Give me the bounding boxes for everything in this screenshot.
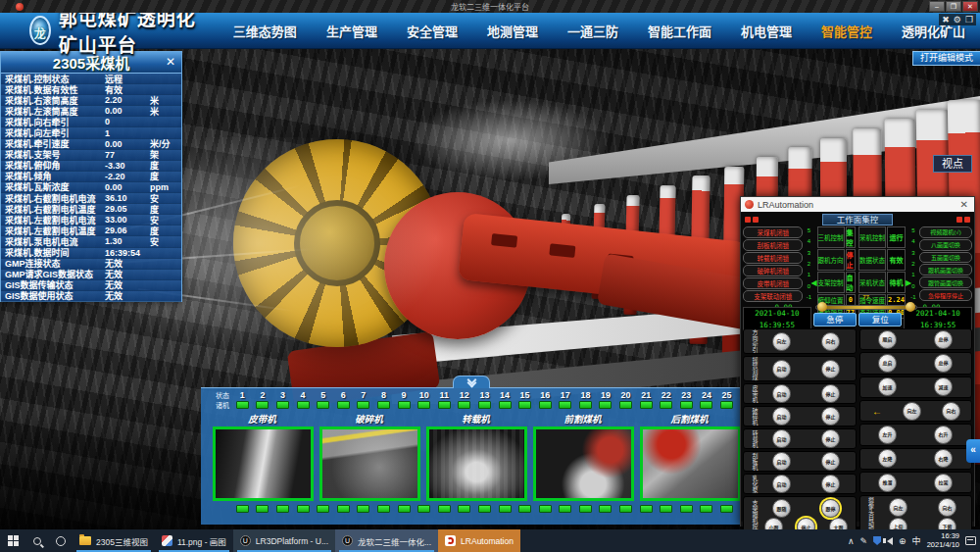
control-button-拉架[interactable]: 拉架 bbox=[934, 474, 953, 492]
support-ok-indicator bbox=[720, 505, 733, 513]
taskbar-item-2305三维视图[interactable]: 2305三维视图 bbox=[73, 529, 155, 552]
control-button-启动[interactable]: 启动 bbox=[772, 360, 791, 378]
interlock-button[interactable]: 转载机闭锁 bbox=[743, 252, 803, 264]
network-icon[interactable]: ⊕ bbox=[899, 536, 906, 546]
interlock-button[interactable]: 破碎机闭锁 bbox=[743, 265, 803, 276]
control-button-启动[interactable]: 启动 bbox=[772, 475, 791, 493]
support-status-cell bbox=[333, 400, 354, 410]
maximize-button[interactable]: ❐ bbox=[946, 1, 961, 12]
control-button-顺启[interactable]: 顺启 bbox=[878, 330, 897, 349]
nav-item-机电管理[interactable]: 机电管理 bbox=[726, 22, 807, 40]
panel-collapse-tab[interactable] bbox=[453, 376, 490, 388]
control-button-启动[interactable]: 启动 bbox=[772, 384, 791, 403]
view-switch-button[interactable]: 跟管画面切换 bbox=[919, 276, 972, 288]
view-switch-button[interactable]: 跟机画面切换 bbox=[919, 264, 972, 276]
nav-item-安全管理[interactable]: 安全管理 bbox=[392, 22, 472, 40]
slider-knob[interactable] bbox=[817, 302, 827, 312]
control-button-停止[interactable]: 停止 bbox=[821, 452, 840, 471]
action-center-icon[interactable] bbox=[965, 536, 976, 545]
control-button-label: 推溜 bbox=[883, 479, 893, 486]
speaker-icon[interactable] bbox=[887, 537, 893, 545]
control-button-减速[interactable]: 减速 bbox=[934, 377, 953, 396]
nav-item-三维态势图[interactable]: 三维态势图 bbox=[219, 22, 312, 40]
control-row: 左升右升 bbox=[859, 424, 973, 445]
pen-icon[interactable]: ✎ bbox=[860, 536, 868, 546]
interlock-button[interactable]: 采煤机闭锁 bbox=[743, 226, 803, 238]
control-button-向右[interactable]: 向右 bbox=[938, 498, 956, 517]
lrautomation-close-icon[interactable]: ✕ bbox=[958, 199, 970, 210]
reset-button[interactable]: 复位 bbox=[858, 313, 902, 326]
camera-feed-破碎机[interactable] bbox=[319, 427, 420, 501]
unreal-icon: U bbox=[342, 535, 353, 546]
control-button-总启[interactable]: 总启 bbox=[878, 354, 897, 373]
nav-item-生产管理[interactable]: 生产管理 bbox=[312, 22, 392, 40]
edge-collapse-button[interactable]: « bbox=[966, 439, 980, 463]
window-restore-icon[interactable]: ❐ bbox=[965, 15, 973, 25]
support-number: 10 bbox=[414, 390, 434, 400]
interlock-button[interactable]: 刮板机闭锁 bbox=[743, 239, 803, 251]
tray-chevron-icon[interactable]: ∧ bbox=[848, 536, 855, 546]
cortana-button[interactable] bbox=[49, 529, 73, 552]
workface-control-tab[interactable]: 工作面集控 bbox=[822, 214, 894, 226]
control-button-推溜[interactable]: 推溜 bbox=[878, 474, 897, 492]
control-button-停止[interactable]: 停止 bbox=[821, 407, 840, 426]
control-button-跟随[interactable]: 跟随 bbox=[772, 499, 791, 518]
control-button-停止[interactable]: 停止 bbox=[821, 360, 840, 378]
open-edit-mode-button[interactable]: 打开编辑模式 bbox=[912, 51, 980, 66]
ime-indicator[interactable]: 中 bbox=[912, 534, 921, 547]
control-button-label: 右降 bbox=[939, 455, 949, 462]
control-button-启动[interactable]: 启动 bbox=[772, 429, 791, 448]
taskbar-clock[interactable]: 16:39 2021/4/10 bbox=[927, 532, 959, 549]
view-switch-button[interactable]: 八画面切换 bbox=[919, 239, 972, 251]
camera-feed-转载机[interactable] bbox=[426, 427, 527, 501]
control-button-左升[interactable]: 左升 bbox=[878, 426, 897, 444]
control-button-总停[interactable]: 总停 bbox=[934, 354, 953, 373]
slider-knob[interactable] bbox=[906, 302, 915, 312]
close-button[interactable]: ✕ bbox=[962, 1, 978, 12]
toolbar-icons: ✖⚙❐ bbox=[939, 14, 976, 25]
view-switch-button[interactable]: 五画面切换 bbox=[919, 252, 972, 264]
minimize-button[interactable]: – bbox=[929, 1, 945, 12]
nav-item-地测管理[interactable]: 地测管理 bbox=[472, 22, 553, 40]
control-button-右降[interactable]: 右降 bbox=[934, 449, 953, 468]
control-button-总停[interactable]: 总停 bbox=[934, 330, 953, 349]
control-button-向右[interactable]: 向右 bbox=[942, 402, 960, 421]
nav-item-智能管控[interactable]: 智能管控 bbox=[807, 22, 887, 40]
control-button-向左[interactable]: 向左 bbox=[903, 402, 921, 421]
control-button-启动[interactable]: 启动 bbox=[772, 407, 791, 426]
taskbar-item-LR3DPlatform - U...[interactable]: ULR3DPlatform - U... bbox=[233, 529, 335, 552]
defender-shield-icon[interactable] bbox=[873, 536, 881, 545]
control-button-左降[interactable]: 左降 bbox=[878, 449, 897, 468]
support-ok-indicator bbox=[337, 401, 350, 409]
estop-button[interactable]: 急停 bbox=[813, 313, 857, 326]
camera-feed-后割煤机[interactable] bbox=[640, 427, 741, 501]
view-switch-button[interactable]: 视频跟机(√) bbox=[919, 226, 972, 238]
viewpoint-tab[interactable]: 视点 bbox=[933, 155, 972, 173]
data-unit: ppm bbox=[150, 182, 181, 192]
shearer-position-slider[interactable]: 77 bbox=[815, 301, 917, 313]
wrench-icon[interactable]: ✖ bbox=[942, 15, 950, 25]
nav-item-智能工作面[interactable]: 智能工作面 bbox=[633, 22, 726, 40]
camera-feed-皮带机[interactable] bbox=[213, 427, 314, 501]
control-button-启动[interactable]: 启动 bbox=[772, 452, 791, 471]
control-button-向左[interactable]: 向左 bbox=[889, 498, 907, 517]
start-button[interactable] bbox=[0, 529, 25, 552]
control-button-停止[interactable]: 停止 bbox=[821, 384, 840, 403]
interlock-button[interactable]: 皮带机闭锁 bbox=[743, 277, 803, 289]
control-button-右升[interactable]: 右升 bbox=[934, 426, 953, 444]
control-button-加速[interactable]: 加速 bbox=[878, 377, 897, 396]
taskbar-item-LRAutomation[interactable]: LRAutomation bbox=[438, 529, 520, 552]
taskbar-item-11.png - 画图[interactable]: 11.png - 画图 bbox=[155, 529, 233, 552]
control-button-跟停[interactable]: 跟停 bbox=[821, 499, 840, 518]
taskbar-item-龙软二三维一体化...[interactable]: U龙软二三维一体化... bbox=[335, 529, 438, 552]
gear-icon[interactable]: ⚙ bbox=[954, 15, 961, 25]
control-button-向左[interactable]: 向左 bbox=[772, 332, 791, 351]
camera-feed-前割煤机[interactable] bbox=[533, 427, 634, 501]
view-switch-button[interactable]: 急停程序停止 bbox=[919, 289, 972, 301]
search-button[interactable] bbox=[25, 529, 49, 552]
control-button-向右[interactable]: 向右 bbox=[821, 332, 840, 351]
control-button-停止[interactable]: 停止 bbox=[821, 475, 840, 493]
control-button-停止[interactable]: 停止 bbox=[821, 429, 840, 448]
nav-item-一通三防[interactable]: 一通三防 bbox=[553, 22, 633, 40]
paint-icon bbox=[162, 535, 172, 546]
